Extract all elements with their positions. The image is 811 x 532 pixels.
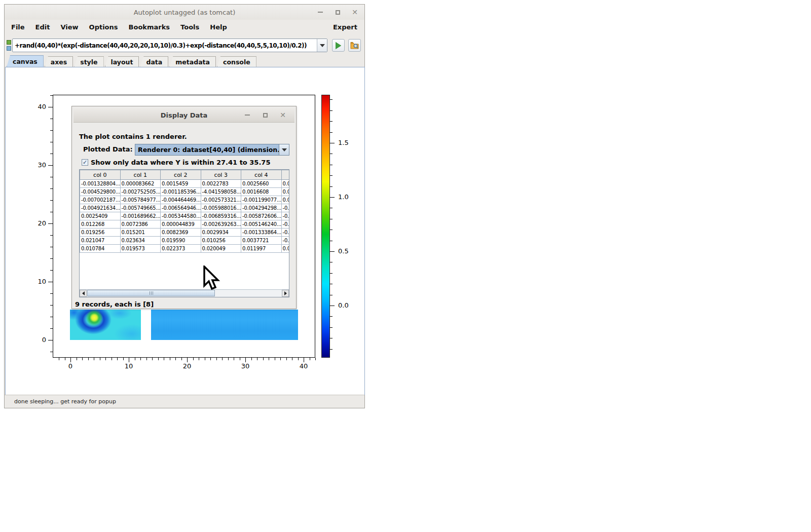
table-cell[interactable]: 0.019590 — [161, 237, 201, 245]
tab-axes[interactable]: axes — [45, 56, 73, 67]
table-cell[interactable]: -0.005749665... — [120, 204, 161, 212]
table-cell[interactable]: 0.0072386 — [120, 220, 161, 229]
table-cell[interactable]: 0.000044839 — [161, 220, 201, 229]
table-cell[interactable]: 0.012268 — [80, 220, 121, 229]
table-cell[interactable]: 0.019256 — [80, 229, 121, 237]
table-cell[interactable]: 0.015201 — [120, 229, 161, 237]
scrollbar-track[interactable] — [87, 290, 282, 297]
table-cell[interactable]: -0.004529800... — [80, 188, 121, 196]
column-header[interactable]: col 1 — [120, 170, 161, 180]
table-cell[interactable]: -0.007002187... — [80, 196, 121, 204]
expert-menu[interactable]: Expert — [333, 23, 357, 31]
filter-checkbox[interactable]: ✓ — [82, 159, 88, 166]
scrollbar-thumb[interactable] — [87, 290, 215, 296]
tab-canvas[interactable]: canvas — [7, 55, 44, 67]
table-cell[interactable]: 0.020049 — [201, 245, 241, 253]
column-header[interactable] — [281, 170, 289, 180]
table-cell[interactable]: 0.0015459 — [161, 180, 201, 188]
table-cell[interactable]: 0.0082369 — [161, 229, 201, 237]
table-cell[interactable]: -0.006859316... — [201, 212, 241, 220]
table-cell[interactable]: -0.0 — [281, 237, 289, 245]
tab-console[interactable]: console — [217, 56, 256, 67]
table-cell[interactable]: 0.0025409 — [80, 212, 121, 220]
menu-item-file[interactable]: File — [11, 23, 25, 31]
table-cell[interactable]: -0.004294298... — [241, 204, 282, 212]
dialog-minimize-icon[interactable] — [243, 110, 252, 120]
plotted-data-dropdown-button[interactable] — [279, 144, 289, 155]
plotted-data-combobox[interactable]: Renderer 0: dataset[40,40] (dimension... — [135, 144, 289, 156]
table-cell[interactable]: -0.005146240... — [241, 220, 282, 229]
table-cell[interactable]: -0.005784977... — [120, 196, 161, 204]
close-icon[interactable]: ✕ — [350, 8, 359, 17]
table-cell[interactable]: -0.002573321... — [201, 196, 241, 204]
table-cell[interactable]: 0.022373 — [161, 245, 201, 253]
horizontal-scrollbar[interactable] — [80, 289, 289, 297]
table-cell[interactable]: -0.0 — [281, 229, 289, 237]
table-cell[interactable]: 0.023634 — [120, 237, 161, 245]
column-header[interactable]: col 3 — [201, 170, 241, 180]
table-cell[interactable]: -0.002752505... — [120, 188, 161, 196]
dialog-titlebar[interactable]: Display Data ✕ — [73, 108, 294, 123]
table-cell[interactable]: -0.001689662... — [120, 212, 161, 220]
table-cell[interactable]: 0.00 — [281, 188, 289, 196]
inspect-uri-button[interactable] — [348, 39, 361, 52]
column-header[interactable]: col 0 — [80, 170, 121, 180]
table-cell[interactable]: 0.0037721 — [241, 237, 282, 245]
menu-item-view[interactable]: View — [60, 23, 78, 31]
column-header[interactable]: col 4 — [241, 170, 282, 180]
table-cell[interactable]: 0.021047 — [80, 237, 121, 245]
axis-tick — [50, 328, 53, 329]
table-cell[interactable]: 0.000083662 — [120, 180, 161, 188]
table-cell[interactable]: -0.0 — [281, 212, 289, 220]
table-cell[interactable]: -0.001185396... — [161, 188, 201, 196]
table-cell[interactable]: -0.001328804... — [80, 180, 121, 188]
table-cell[interactable]: 0.00 — [281, 245, 289, 253]
table-cell[interactable]: -0.001333864... — [241, 229, 282, 237]
table-cell[interactable]: -0.001199077... — [241, 196, 282, 204]
table-cell[interactable]: 0.011997 — [241, 245, 282, 253]
scroll-left-button[interactable] — [80, 290, 87, 297]
maximize-icon[interactable] — [333, 8, 342, 17]
tab-data[interactable]: data — [140, 56, 168, 67]
table-cell[interactable]: 0.019573 — [120, 245, 161, 253]
uri-dropdown-button[interactable] — [317, 39, 327, 52]
table-cell[interactable]: -4.041598058... — [201, 188, 241, 196]
minimize-icon[interactable] — [316, 8, 325, 17]
table-row: -0.004921634...-0.005749665...-0.0065649… — [80, 204, 290, 212]
window-titlebar[interactable]: Autoplot untagged (as tomcat) ✕ — [5, 5, 364, 20]
axis-tick — [228, 358, 229, 360]
table-cell[interactable]: -0.005344580... — [161, 212, 201, 220]
table-cell[interactable]: 0.00 — [281, 196, 289, 204]
table-cell[interactable]: -0.0 — [281, 204, 289, 212]
tab-style[interactable]: style — [74, 56, 103, 67]
dialog-maximize-icon[interactable] — [261, 110, 270, 120]
table-cell[interactable]: -0.005872606... — [241, 212, 282, 220]
table-cell[interactable]: 0.010784 — [80, 245, 121, 253]
table-cell[interactable]: -0.006564946... — [161, 204, 201, 212]
filter-checkbox-label[interactable]: Show only data where Y is within 27.41 t… — [91, 159, 270, 166]
go-play-button[interactable] — [332, 39, 345, 52]
table-cell[interactable]: 0.0022783 — [201, 180, 241, 188]
table-cell[interactable]: -0.0 — [281, 220, 289, 229]
table-cell[interactable]: 0.0025660 — [241, 180, 282, 188]
table-cell[interactable]: 0.010256 — [201, 237, 241, 245]
scroll-right-button[interactable] — [282, 290, 289, 297]
menu-item-bookmarks[interactable]: Bookmarks — [129, 23, 170, 31]
table-cell[interactable]: -0.005988016... — [201, 204, 241, 212]
tab-layout[interactable]: layout — [105, 56, 139, 67]
uri-input[interactable]: +rand(40,40)*(exp(-distance(40,40,20,20,… — [13, 42, 317, 49]
menu-item-tools[interactable]: Tools — [180, 23, 199, 31]
table-cell[interactable]: -0.002639263... — [201, 220, 241, 229]
table-cell[interactable]: 0.0029934 — [201, 229, 241, 237]
table-cell[interactable]: -0.004921634... — [80, 204, 121, 212]
table-cell[interactable]: 0.0016608 — [241, 188, 282, 196]
column-header[interactable]: col 2 — [161, 170, 201, 180]
menu-item-options[interactable]: Options — [89, 23, 118, 31]
table-cell[interactable]: -0.004464469... — [161, 196, 201, 204]
uri-combobox[interactable]: +rand(40,40)*(exp(-distance(40,40,20,20,… — [12, 39, 327, 52]
menu-item-edit[interactable]: Edit — [35, 23, 50, 31]
menu-item-help[interactable]: Help — [210, 23, 227, 31]
table-cell[interactable]: 0.00 — [281, 180, 289, 188]
dialog-close-icon[interactable]: ✕ — [278, 110, 287, 120]
tab-metadata[interactable]: metadata — [169, 56, 216, 67]
